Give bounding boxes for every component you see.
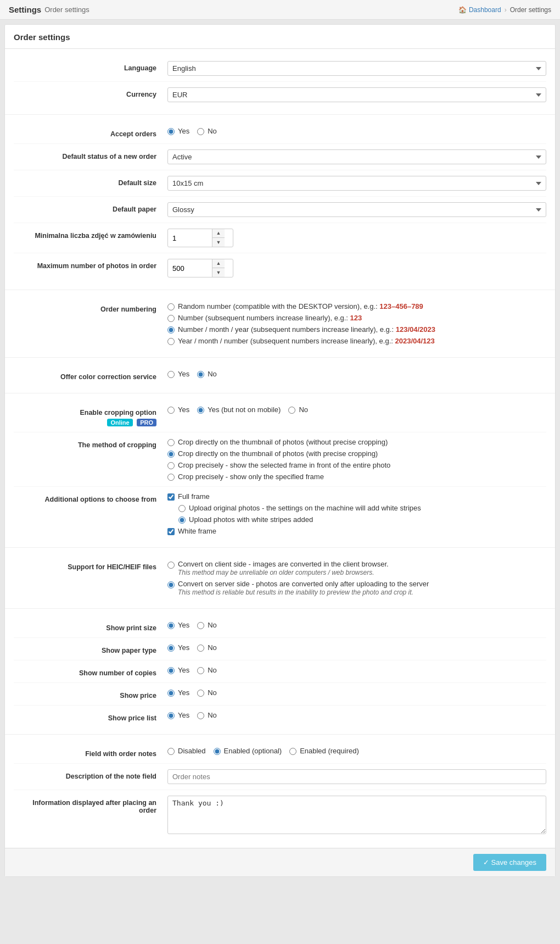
- settings-subtitle: Order settings: [44, 5, 89, 14]
- color-correction-label: Offer color correction service: [14, 370, 167, 381]
- show-paper-type-label: Show paper type: [14, 643, 167, 654]
- page-heading: Settings Order settings: [9, 5, 89, 14]
- currency-select[interactable]: EUR USD GBP PLN: [167, 87, 546, 102]
- show-copies-row: Show number of copies Yes No: [14, 660, 546, 682]
- accept-orders-no[interactable]: No: [197, 127, 217, 135]
- breadcrumb-separator: ›: [505, 6, 507, 14]
- notes-enabled-required[interactable]: Enabled (required): [289, 747, 359, 755]
- default-size-row: Default size 10x15 cm 13x18 cm 15x21 cm …: [14, 170, 546, 196]
- show-price-no[interactable]: No: [197, 688, 217, 697]
- crop-method-2[interactable]: Crop directly on the thumbnail of photos…: [167, 449, 546, 458]
- show-print-size-row: Show print size Yes No: [14, 615, 546, 637]
- crop-option-yes-not-mobile[interactable]: Yes (but not on mobile): [197, 406, 281, 414]
- upload-original-option[interactable]: Upload original photos - the settings on…: [178, 504, 546, 512]
- numbering-month-year[interactable]: Number / month / year (subsequent number…: [167, 325, 546, 334]
- white-frame-option[interactable]: White frame: [167, 527, 546, 535]
- notes-enabled-optional[interactable]: Enabled (optional): [214, 747, 282, 755]
- min-photos-control: ▲ ▼: [167, 229, 546, 247]
- note-description-input[interactable]: [167, 769, 546, 784]
- breadcrumb-current: Order settings: [510, 6, 551, 14]
- max-photos-input[interactable]: [168, 262, 212, 275]
- max-photos-row: Maximum number of photos in order ▲ ▼: [14, 253, 546, 283]
- order-numbering-section: Order numbering Random number (compatibl…: [5, 290, 555, 358]
- accept-orders-control: Yes No: [167, 127, 546, 135]
- min-photos-input-wrap: ▲ ▼: [167, 229, 233, 247]
- crop-method-3[interactable]: Crop precisely - show the selected frame…: [167, 461, 546, 469]
- default-size-label: Default size: [14, 176, 167, 187]
- notes-disabled[interactable]: Disabled: [167, 747, 206, 755]
- min-photos-input[interactable]: [168, 231, 212, 245]
- show-copies-no[interactable]: No: [197, 666, 217, 674]
- default-paper-select[interactable]: Glossy Matte Satin: [167, 202, 546, 217]
- numbering-random[interactable]: Random number (compatible with the DESKT…: [167, 302, 546, 310]
- crop-option-row: Enable cropping option Online PRO Yes Ye…: [14, 400, 546, 432]
- order-numbering-row: Order numbering Random number (compatibl…: [14, 297, 546, 351]
- show-copies-label: Show number of copies: [14, 666, 167, 677]
- order-notes-label: Field with order notes: [14, 747, 167, 758]
- crop-option-no[interactable]: No: [288, 406, 308, 414]
- min-photos-up[interactable]: ▲: [212, 229, 225, 238]
- max-photos-up[interactable]: ▲: [212, 259, 225, 268]
- default-status-row: Default status of a new order Active Pen…: [14, 143, 546, 170]
- crop-method-1[interactable]: Crop directly on the thumbnail of photos…: [167, 438, 546, 446]
- full-frame-option[interactable]: Full frame: [167, 492, 546, 501]
- heic-control: Convert on client side - images are conv…: [167, 560, 546, 596]
- language-select[interactable]: English Polish German French: [167, 61, 546, 76]
- breadcrumb-dashboard[interactable]: Dashboard: [469, 6, 501, 14]
- max-photos-down[interactable]: ▼: [212, 268, 225, 277]
- show-print-size-label: Show print size: [14, 621, 167, 632]
- language-row: Language English Polish German French: [14, 55, 546, 81]
- form-body: Language English Polish German French Cu…: [5, 49, 555, 848]
- color-correction-yes[interactable]: Yes: [167, 370, 189, 378]
- default-size-select[interactable]: 10x15 cm 13x18 cm 15x21 cm 20x30 cm: [167, 176, 546, 191]
- show-copies-control: Yes No: [167, 666, 546, 674]
- heic-section: Support for HEIC/HEIF files Convert on c…: [5, 548, 555, 609]
- currency-row: Currency EUR USD GBP PLN: [14, 81, 546, 108]
- accept-orders-yes[interactable]: Yes: [167, 127, 189, 135]
- show-paper-type-control: Yes No: [167, 643, 546, 652]
- order-numbering-control: Random number (compatible with the DESKT…: [167, 302, 546, 345]
- color-correction-no[interactable]: No: [197, 370, 217, 378]
- crop-option-yes[interactable]: Yes: [167, 406, 189, 414]
- default-status-select[interactable]: Active Pending Completed Cancelled: [167, 149, 546, 164]
- show-print-size-yes[interactable]: Yes: [167, 621, 189, 629]
- min-photos-row: Minimalna liczba zdjęć w zamówieniu ▲ ▼: [14, 223, 546, 253]
- heic-client[interactable]: Convert on client side - images are conv…: [167, 560, 546, 576]
- info-after-order-control: Thank you :): [167, 796, 546, 836]
- show-print-size-control: Yes No: [167, 621, 546, 629]
- currency-control: EUR USD GBP PLN: [167, 87, 546, 102]
- show-print-size-no[interactable]: No: [197, 621, 217, 629]
- show-price-list-row: Show price list Yes No: [14, 705, 546, 728]
- numbering-linear[interactable]: Number (subsequent numbers increase line…: [167, 314, 546, 322]
- accept-orders-label: Accept orders: [14, 127, 167, 138]
- footer-bar: ✓ Save changes: [5, 848, 555, 876]
- default-paper-control: Glossy Matte Satin: [167, 202, 546, 217]
- crop-method-4[interactable]: Crop precisely - show only the specified…: [167, 473, 546, 481]
- show-price-list-label: Show price list: [14, 711, 167, 722]
- show-price-list-no[interactable]: No: [197, 711, 217, 719]
- show-price-list-yes[interactable]: Yes: [167, 711, 189, 719]
- show-paper-type-no[interactable]: No: [197, 643, 217, 652]
- heic-label: Support for HEIC/HEIF files: [14, 560, 167, 571]
- cropping-section: Enable cropping option Online PRO Yes Ye…: [5, 393, 555, 548]
- info-after-order-row: Information displayed after placing an o…: [14, 790, 546, 841]
- settings-title: Settings: [9, 5, 41, 14]
- crop-method-row: The method of cropping Crop directly on …: [14, 432, 546, 486]
- heic-server[interactable]: Convert on server side - photos are conv…: [167, 580, 546, 596]
- language-section: Language English Polish German French Cu…: [5, 49, 555, 115]
- min-photos-down[interactable]: ▼: [212, 238, 225, 247]
- default-status-label: Default status of a new order: [14, 149, 167, 160]
- info-after-order-textarea[interactable]: Thank you :): [167, 796, 546, 834]
- order-notes-control: Disabled Enabled (optional) Enabled (req…: [167, 747, 546, 755]
- show-price-label: Show price: [14, 688, 167, 699]
- show-price-yes[interactable]: Yes: [167, 688, 189, 697]
- show-copies-yes[interactable]: Yes: [167, 666, 189, 674]
- top-bar: Settings Order settings 🏠 Dashboard › Or…: [0, 0, 560, 20]
- badge-online: Online: [107, 419, 132, 426]
- order-notes-section: Field with order notes Disabled Enabled …: [5, 735, 555, 848]
- language-label: Language: [14, 61, 167, 72]
- show-paper-type-yes[interactable]: Yes: [167, 643, 189, 652]
- save-button[interactable]: ✓ Save changes: [473, 854, 546, 871]
- numbering-year-month[interactable]: Year / month / number (subsequent number…: [167, 337, 546, 345]
- upload-with-stripes-option[interactable]: Upload photos with white stripes added: [178, 515, 546, 524]
